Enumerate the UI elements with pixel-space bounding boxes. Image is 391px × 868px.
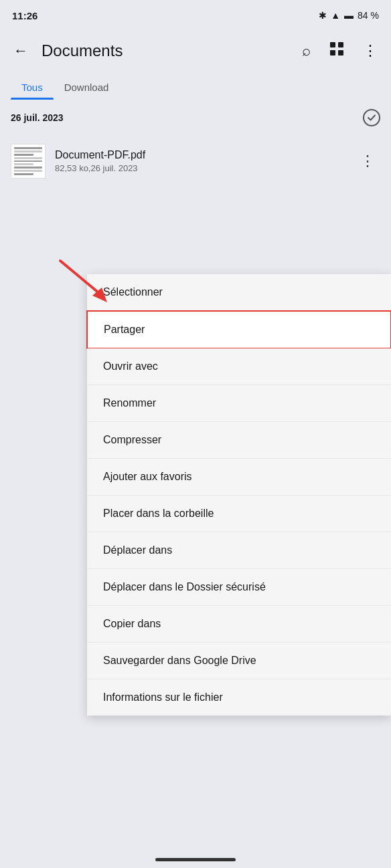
tabs-container: Tous Download bbox=[0, 72, 391, 100]
tab-tous[interactable]: Tous bbox=[11, 72, 54, 100]
select-all-button[interactable] bbox=[363, 109, 380, 126]
status-time: 11:26 bbox=[12, 10, 37, 21]
battery-percent: 84 % bbox=[358, 10, 379, 21]
menu-item-selectionner[interactable]: Sélectionner bbox=[87, 274, 391, 311]
menu-item-ouvrir-avec[interactable]: Ouvrir avec bbox=[87, 348, 391, 385]
menu-item-informations-fichier[interactable]: Informations sur le fichier bbox=[87, 679, 391, 716]
file-info: Document-PDF.pdf 82,53 ko,26 juil. 2023 bbox=[55, 149, 345, 173]
menu-item-compresser[interactable]: Compresser bbox=[87, 422, 391, 459]
wifi-icon: ▲ bbox=[331, 10, 340, 21]
svg-rect-3 bbox=[338, 50, 343, 56]
status-icons: ✱ ▲ ▬ 84 % bbox=[319, 10, 379, 21]
search-button[interactable]: ⌕ bbox=[297, 37, 316, 65]
status-bar: 11:26 ✱ ▲ ▬ 84 % bbox=[0, 0, 391, 29]
back-button[interactable]: ← bbox=[8, 37, 33, 65]
bottom-nav-indicator bbox=[155, 858, 236, 861]
menu-item-renommer[interactable]: Renommer bbox=[87, 385, 391, 422]
menu-item-deplacer-dossier-securise[interactable]: Déplacer dans le Dossier sécurisé bbox=[87, 569, 391, 606]
battery-icon: ▬ bbox=[344, 10, 354, 21]
bluetooth-icon: ✱ bbox=[319, 10, 327, 21]
more-options-button[interactable]: ⋮ bbox=[358, 37, 383, 65]
page-title: Documents bbox=[42, 41, 289, 60]
menu-item-placer-corbeille[interactable]: Placer dans la corbeille bbox=[87, 496, 391, 532]
date-label: 26 juil. 2023 bbox=[11, 112, 64, 123]
toolbar: ← Documents ⌕ ⋮ bbox=[0, 29, 391, 72]
menu-item-partager[interactable]: Partager bbox=[86, 310, 391, 349]
file-meta: 82,53 ko,26 juil. 2023 bbox=[55, 163, 345, 173]
menu-item-sauvegarder-drive[interactable]: Sauvegarder dans Google Drive bbox=[87, 643, 391, 679]
date-section: 26 juil. 2023 bbox=[0, 100, 391, 136]
grid-view-button[interactable] bbox=[324, 36, 349, 66]
content-area: 26 juil. 2023 Document-PDF.pdf 82,53 ko,… bbox=[0, 100, 391, 187]
svg-rect-0 bbox=[330, 42, 335, 47]
svg-rect-2 bbox=[330, 50, 335, 56]
file-item[interactable]: Document-PDF.pdf 82,53 ko,26 juil. 2023 … bbox=[0, 136, 391, 187]
context-menu: Sélectionner Partager Ouvrir avec Renomm… bbox=[87, 274, 391, 716]
file-more-button[interactable]: ⋮ bbox=[355, 147, 380, 175]
file-thumbnail bbox=[11, 144, 46, 179]
svg-rect-1 bbox=[338, 42, 343, 47]
file-name: Document-PDF.pdf bbox=[55, 149, 345, 161]
menu-item-deplacer-dans[interactable]: Déplacer dans bbox=[87, 532, 391, 569]
tab-download[interactable]: Download bbox=[54, 72, 120, 100]
menu-item-copier-dans[interactable]: Copier dans bbox=[87, 606, 391, 643]
menu-item-ajouter-favoris[interactable]: Ajouter aux favoris bbox=[87, 459, 391, 496]
